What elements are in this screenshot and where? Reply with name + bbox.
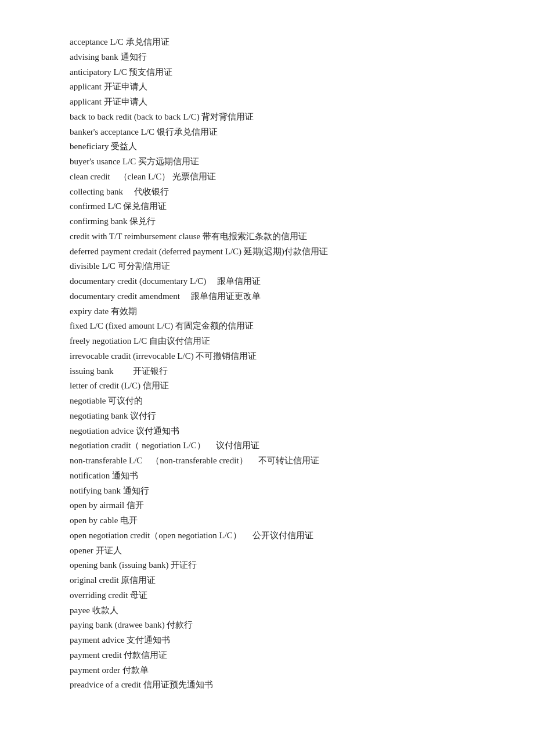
term-line: issuing bank 开证银行 — [70, 364, 464, 379]
term-english: payment credit — [70, 650, 124, 660]
term-english: applicant — [70, 82, 104, 91]
term-english: documentary credit (documentary L/C) — [70, 276, 217, 286]
term-chinese: 银行承兑信用证 — [157, 127, 218, 136]
term-chinese: 可分割信用证 — [118, 261, 170, 271]
term-line: deferred payment credait (deferred payme… — [70, 244, 464, 259]
term-english: opener — [70, 546, 96, 555]
term-line: acceptance L/C 承兑信用证 — [70, 35, 464, 49]
term-line: collecting bank 代收银行 — [70, 185, 464, 199]
term-english: irrevocable cradit (irrevocable L/C) — [70, 351, 196, 361]
term-english: documentary credit amendment — [70, 291, 191, 301]
term-chinese: 跟单信用证 — [217, 276, 261, 286]
term-english: payee — [70, 606, 92, 615]
term-chinese: 开证银行 — [133, 366, 168, 376]
term-english: negotiating bank — [70, 411, 130, 420]
term-chinese: 通知行 — [123, 486, 149, 495]
term-line: overriding credit 母证 — [70, 588, 464, 603]
term-english: notifying bank — [70, 486, 123, 495]
term-chinese: 通知书 — [112, 471, 138, 480]
term-line: confirming bank 保兑行 — [70, 214, 464, 229]
term-line: negotiating bank 议付行 — [70, 409, 464, 423]
term-line: anticipatory L/C 预支信用证 — [70, 65, 464, 80]
term-english: open negotiation credit（open negotiation… — [70, 531, 252, 540]
term-line: letter of credit (L/C) 信用证 — [70, 379, 464, 393]
term-english: letter of credit (L/C) — [70, 381, 143, 390]
term-english: banker's acceptance L/C — [70, 127, 157, 136]
term-chinese: 买方远期信用证 — [138, 157, 199, 166]
term-english: non-transferable L/C （non-transferable c… — [70, 456, 258, 465]
term-english: preadvice of a credit — [70, 680, 143, 689]
term-line: negotiation advice 议付通知书 — [70, 424, 464, 438]
term-english: collecting bank — [70, 187, 134, 196]
term-english: back to back redit (back to back L/C) — [70, 112, 201, 121]
term-line: negotiable 可议付的 — [70, 394, 464, 408]
term-chinese: 议付通知书 — [136, 426, 179, 435]
term-english: beneficiary — [70, 142, 111, 151]
term-english: fixed L/C (fixed amount L/C) — [70, 321, 175, 330]
term-english: paying bank (drawee bank) — [70, 620, 167, 629]
term-line: confirmed L/C 保兑信用证 — [70, 199, 464, 214]
term-line: freely negotiation L/C 自由议付信用证 — [70, 334, 464, 348]
term-chinese: 开证人 — [96, 546, 122, 555]
term-chinese: 受益人 — [111, 142, 137, 151]
term-line: applicant 开证申请人 — [70, 80, 464, 94]
term-line: beneficiary 受益人 — [70, 139, 464, 154]
term-english: acceptance L/C — [70, 37, 126, 46]
term-line: opener 开证人 — [70, 543, 464, 558]
term-line: payee 收款人 — [70, 603, 464, 618]
term-line: negotiation cradit（ negotiation L/C） 议付信… — [70, 438, 464, 453]
term-chinese: 开证行 — [171, 560, 197, 570]
term-chinese: 付款信用证 — [124, 650, 167, 660]
term-english: original credit — [70, 575, 121, 585]
term-chinese: 公开议付信用证 — [252, 531, 313, 540]
term-line: notifying bank 通知行 — [70, 484, 464, 498]
term-chinese: 信用证 — [143, 381, 169, 390]
term-chinese: 延期(迟期)付款信用证 — [244, 247, 328, 256]
term-chinese: 不可撤销信用证 — [196, 351, 257, 361]
term-line: open by airmail 信开 — [70, 498, 464, 513]
term-english: applicant — [70, 97, 104, 106]
term-chinese: 保兑行 — [129, 217, 156, 226]
term-english: confirming bank — [70, 217, 129, 226]
term-english: negotiation cradit（ negotiation L/C） — [70, 441, 216, 450]
term-line: banker's acceptance L/C 银行承兑信用证 — [70, 125, 464, 139]
term-line: expiry date 有效期 — [70, 304, 464, 319]
term-english: negotiable — [70, 396, 108, 405]
term-chinese: 带有电报索汇条款的信用证 — [203, 232, 307, 241]
term-line: notification 通知书 — [70, 469, 464, 483]
term-chinese: 原信用证 — [121, 575, 156, 585]
term-line: non-transferable L/C （non-transferable c… — [70, 453, 464, 468]
term-english: opening bank (issuing bank) — [70, 560, 171, 570]
term-chinese: 议付行 — [130, 411, 156, 420]
term-english: freely negotiation L/C — [70, 336, 149, 345]
term-chinese: 开证申请人 — [104, 97, 147, 106]
term-english: deferred payment credait (deferred payme… — [70, 247, 244, 256]
term-chinese: 不可转让信用证 — [258, 456, 319, 465]
term-english: payment advice — [70, 635, 127, 645]
term-line: documentary credit amendment 跟单信用证更改单 — [70, 289, 464, 304]
term-english: overriding credit — [70, 591, 130, 600]
term-english: negotiation advice — [70, 426, 136, 435]
term-english: open by cable — [70, 516, 120, 525]
term-chinese: 代收银行 — [134, 187, 169, 196]
term-chinese: 母证 — [130, 591, 147, 600]
term-english: open by airmail — [70, 501, 127, 510]
term-chinese: 议付信用证 — [216, 441, 259, 450]
term-chinese: 开证申请人 — [104, 82, 147, 91]
term-chinese: 有效期 — [111, 307, 137, 316]
term-chinese: 预支信用证 — [129, 67, 172, 77]
term-line: payment order 付款单 — [70, 663, 464, 678]
term-chinese: 付款单 — [122, 665, 149, 675]
term-line: credit with T/T reimbursement clause 带有电… — [70, 229, 464, 244]
term-chinese: 通知行 — [121, 52, 147, 62]
term-chinese: 信开 — [127, 501, 144, 510]
term-chinese: 付款行 — [167, 620, 193, 629]
term-chinese: 背对背信用证 — [201, 112, 254, 121]
term-chinese: 保兑信用证 — [123, 201, 167, 211]
term-english: notification — [70, 471, 112, 480]
term-line: documentary credit (documentary L/C) 跟单信… — [70, 274, 464, 289]
term-chinese: 可议付的 — [108, 396, 143, 405]
term-english: payment order — [70, 665, 122, 675]
term-chinese: 有固定金额的信用证 — [175, 321, 254, 330]
term-chinese: 跟单信用证更改单 — [191, 291, 261, 301]
